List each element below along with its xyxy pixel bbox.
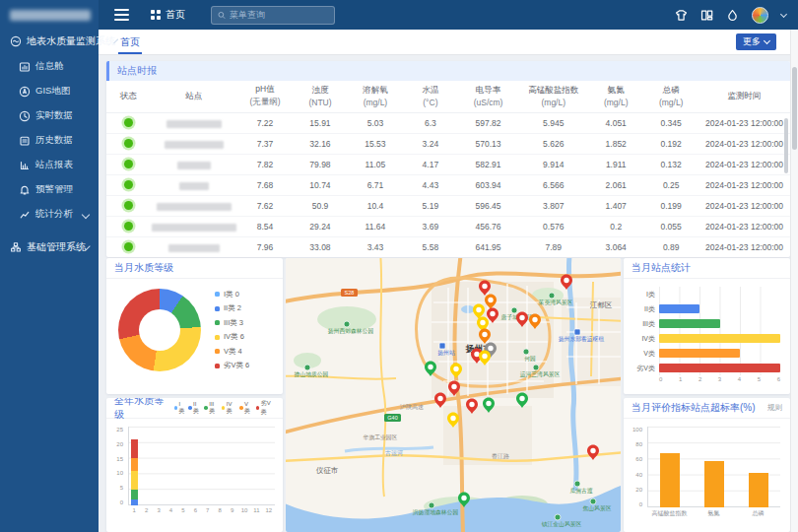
transit-poi-icon[interactable] [439, 343, 445, 349]
bar[interactable] [659, 364, 780, 372]
legend-item[interactable]: V类 [239, 401, 253, 416]
stacked-bar[interactable] [189, 427, 201, 505]
bar[interactable] [659, 319, 720, 328]
sidebar-item-alarm-management[interactable]: 预警管理 [0, 177, 99, 202]
menu-search-box[interactable] [211, 6, 335, 25]
station-table-header-row: 状态站点pH值(无量纲)浊度(NTU)溶解氧(mg/L)水温(°C)电导率(uS… [106, 81, 790, 113]
bar[interactable] [704, 461, 724, 507]
table-row[interactable]: 8.5429.2411.643.69456.760.5760.20.055202… [106, 217, 790, 237]
status-dot [124, 118, 133, 127]
park-poi-icon[interactable] [590, 499, 596, 504]
yearly-plot[interactable] [128, 427, 275, 505]
page-scrollbar-thumb[interactable] [792, 67, 797, 150]
collapse-menu-icon[interactable] [114, 6, 129, 24]
station-name-redacted [157, 203, 232, 211]
park-poi-icon[interactable] [555, 514, 561, 520]
park-poi-icon[interactable] [549, 293, 555, 299]
table-row[interactable]: 7.9633.083.435.58641.957.893.0640.892024… [106, 237, 790, 258]
sidebar-item-label: GIS地图 [35, 85, 70, 98]
legend-item[interactable]: IV类 6 [215, 332, 249, 342]
park-poi-icon[interactable] [511, 307, 517, 313]
stacked-bar[interactable] [153, 427, 165, 505]
sidebar-item-station-report[interactable]: 站点报表 [0, 153, 99, 177]
table-row[interactable]: 7.6810.746.714.43603.946.5662.0610.25202… [106, 175, 790, 196]
sidebar-item-label: 实时数据 [35, 109, 73, 122]
user-menu-caret-icon[interactable] [780, 10, 787, 17]
map-label: 何园 [524, 356, 536, 363]
flame-icon[interactable] [726, 9, 739, 22]
sidebar-item-label: 站点报表 [35, 159, 73, 171]
more-button[interactable]: 更多 [736, 33, 776, 50]
park-poi-icon[interactable] [304, 365, 310, 370]
sidebar-item-realtime-data[interactable]: 实时数据 [0, 103, 99, 128]
sidebar-item-label: 统计分析 [35, 208, 73, 221]
legend-item[interactable]: III类 [204, 401, 219, 416]
legend-item[interactable]: II类 2 [215, 303, 249, 313]
bar[interactable] [660, 453, 680, 507]
stacked-bar[interactable] [177, 427, 189, 505]
park-poi-icon[interactable] [574, 481, 580, 487]
legend-item[interactable]: II类 [188, 401, 201, 416]
park-poi-icon[interactable] [533, 365, 539, 370]
table-scrollbar[interactable] [784, 118, 788, 173]
stacked-bar[interactable] [202, 427, 214, 505]
layout-screens-icon[interactable] [700, 9, 713, 22]
park-poi-icon[interactable] [344, 321, 350, 327]
bar[interactable] [749, 473, 768, 507]
menu-search-input[interactable] [230, 10, 328, 20]
sidebar-group-surface-water-system[interactable]: 地表水质量监测系统 [0, 29, 99, 54]
stacked-bar[interactable] [165, 427, 176, 505]
sidebar-group-base-management[interactable]: 基础管理系统 [0, 234, 99, 260]
sidebar-item-statistics-analysis[interactable]: 统计分析 [0, 202, 99, 227]
yearly-grade-panel: 全年水质等级 I类II类III类IV类V类劣V类 2520151050 1234… [106, 398, 283, 532]
stacked-bar[interactable] [226, 427, 237, 505]
transit-poi-icon[interactable] [574, 329, 580, 335]
exceed-xaxis: 高锰酸盐指数氨氮总磷 [647, 509, 780, 518]
column-header: 溶解氧(mg/L) [348, 81, 403, 113]
map-label: 扬州站 [437, 350, 455, 357]
legend-item[interactable]: IV类 [222, 401, 236, 416]
park-poi-icon[interactable] [429, 502, 434, 508]
user-avatar[interactable] [752, 7, 768, 24]
map-label: 运河三湾风景区 [520, 370, 561, 378]
theme-skin-icon[interactable] [675, 9, 688, 22]
donut-chart[interactable] [118, 289, 201, 371]
bar[interactable] [659, 334, 780, 343]
table-row[interactable]: 7.6250.910.45.19596.453.8071.4070.199202… [106, 196, 790, 217]
panel-title: 当月站点统计 [624, 258, 790, 279]
legend-item[interactable]: V类 4 [215, 347, 249, 357]
legend-item[interactable]: I类 [174, 401, 186, 416]
legend-item[interactable]: III类 3 [215, 318, 249, 328]
station-hbar-rows: I类II类III类IV类V类劣V类 [624, 279, 790, 375]
table-row[interactable]: 7.2215.915.036.3597.825.9454.0510.345202… [106, 113, 790, 134]
bar[interactable] [659, 349, 740, 358]
stacked-bar[interactable] [250, 427, 262, 505]
stacked-bar[interactable] [128, 427, 140, 505]
page-scrollbar[interactable] [790, 30, 798, 532]
stacked-bar[interactable] [238, 427, 250, 505]
sidebar-item-history-data[interactable]: 历史数据 [0, 128, 99, 153]
table-row[interactable]: 7.8279.9811.054.17582.919.9141.9110.1322… [106, 155, 790, 175]
topbar: 首页 [99, 0, 798, 30]
rules-link[interactable]: 规则 [767, 403, 782, 413]
sidebar-item-gis-map[interactable]: GIS地图 [0, 79, 99, 103]
station-name-redacted [165, 141, 224, 149]
legend-item[interactable]: 劣V类 6 [215, 361, 249, 370]
stacked-bar[interactable] [140, 427, 152, 505]
tab-home[interactable]: 首页 [120, 30, 140, 54]
sidebar-item-info-cabin[interactable]: 信息舱 [0, 54, 99, 79]
legend-item[interactable]: I类 0 [215, 290, 249, 299]
exceed-plot[interactable] [647, 427, 780, 507]
stacked-bar[interactable] [214, 427, 226, 505]
more-button-label: 更多 [743, 35, 761, 48]
bell-icon [19, 184, 31, 196]
stacked-bar[interactable] [263, 427, 275, 505]
sidebar-item-label: 历史数据 [35, 134, 73, 147]
map-label: 扬州东部客运枢纽 [559, 335, 605, 343]
bar[interactable] [659, 304, 699, 313]
table-row[interactable]: 7.3732.1615.533.24570.135.6261.8520.1922… [106, 134, 790, 155]
topnav-home[interactable]: 首页 [151, 8, 185, 22]
legend-item[interactable]: 劣V类 [256, 399, 275, 417]
park-poi-icon[interactable] [523, 349, 529, 355]
stations-map[interactable]: G40S28 扬州市江都区仪征市古运河沪陕高速春江路扬州西郊森林公园捺山地质公园… [286, 258, 621, 532]
